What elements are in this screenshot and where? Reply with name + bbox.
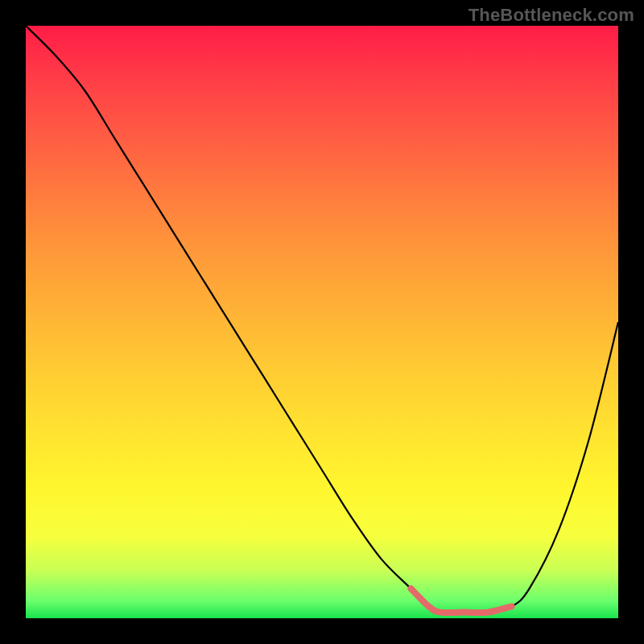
curve-valley-highlight [411, 588, 511, 613]
chart-frame: TheBottleneck.com [0, 0, 644, 644]
curve-line [26, 26, 618, 613]
bottleneck-curve [26, 26, 618, 618]
watermark-text: TheBottleneck.com [469, 5, 634, 26]
plot-area [26, 26, 618, 618]
